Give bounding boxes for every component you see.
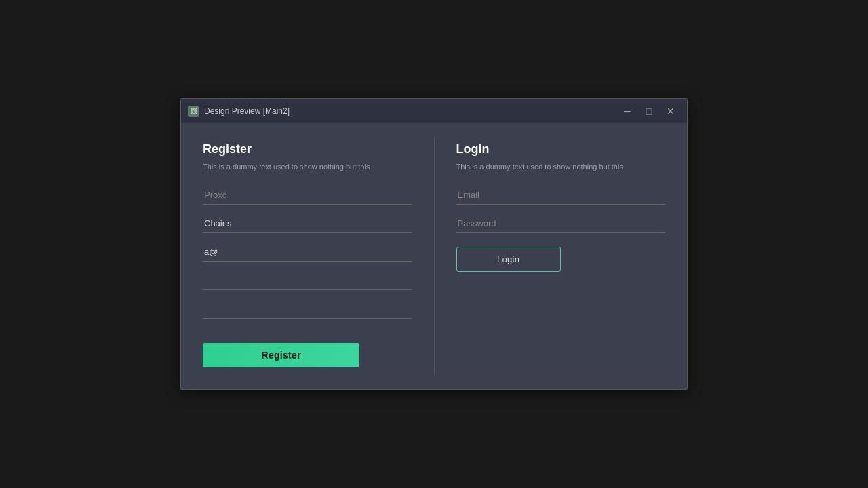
login-password-field-group <box>456 216 666 233</box>
confirm-password-input[interactable] <box>203 301 412 319</box>
window-title: Design Preview [Main2] <box>204 106 618 116</box>
maximize-button[interactable]: □ <box>639 103 658 119</box>
app-window: 🖼 Design Preview [Main2] ─ □ ✕ Register … <box>180 98 688 390</box>
login-title: Login <box>456 142 666 157</box>
close-button[interactable]: ✕ <box>661 103 680 119</box>
register-button[interactable]: Register <box>203 343 359 367</box>
register-subtitle: This is a dummy text used to show nothin… <box>203 162 412 172</box>
username-field-group <box>203 187 412 205</box>
login-subtitle: This is a dummy text used to show nothin… <box>456 162 666 172</box>
minimize-button[interactable]: ─ <box>618 103 637 119</box>
login-password-input[interactable] <box>456 216 666 233</box>
email-input[interactable] <box>203 244 412 262</box>
register-title: Register <box>203 142 412 157</box>
main-content: Register This is a dummy text used to sh… <box>181 123 687 389</box>
titlebar: 🖼 Design Preview [Main2] ─ □ ✕ <box>181 99 687 123</box>
login-email-field-group <box>456 187 666 205</box>
app-icon: 🖼 <box>188 106 199 117</box>
login-button[interactable]: Login <box>456 247 561 272</box>
password-input[interactable] <box>203 272 412 290</box>
username-input[interactable] <box>203 187 412 205</box>
register-panel: Register This is a dummy text used to sh… <box>181 123 434 389</box>
chains-input[interactable] <box>203 216 412 233</box>
confirm-password-field-group <box>203 301 412 319</box>
chains-field-group <box>203 216 412 233</box>
password-field-group <box>203 272 412 290</box>
login-panel: Login This is a dummy text used to show … <box>435 123 688 389</box>
email-field-group <box>203 244 412 262</box>
window-controls: ─ □ ✕ <box>618 103 680 119</box>
login-email-input[interactable] <box>456 187 666 205</box>
